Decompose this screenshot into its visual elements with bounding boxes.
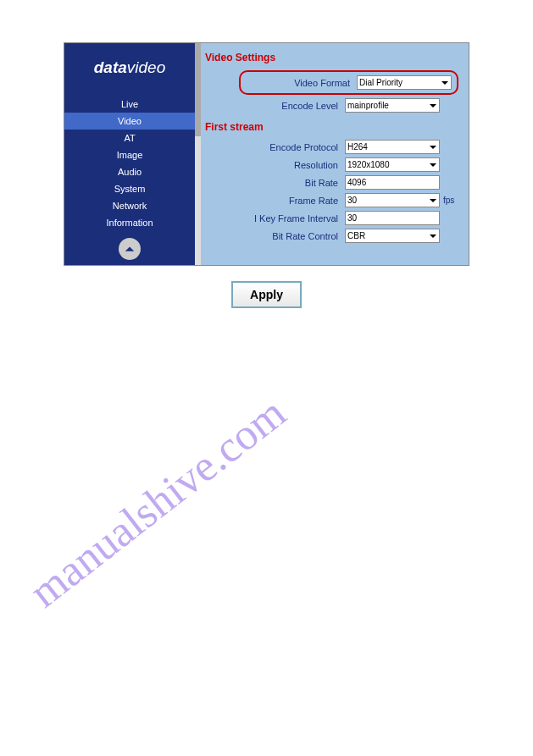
frame-rate-label: Frame Rate (289, 196, 338, 206)
sidebar-item-system[interactable]: System (64, 180, 195, 197)
encode-protocol-select[interactable]: H264 (345, 140, 440, 154)
i-key-frame-interval-row: I Key Frame Interval (205, 211, 458, 225)
sidebar-item-network[interactable]: Network (64, 197, 195, 214)
sidebar: datavideo Live Video AT Image Audio Syst… (64, 43, 195, 265)
watermark: manualshive.com (20, 388, 295, 617)
logo: datavideo (64, 43, 195, 96)
bit-rate-row: Bit Rate (205, 175, 458, 190)
encode-level-row: Encode Level mainprofile (205, 98, 458, 113)
video-format-label: Video Format (294, 78, 350, 88)
apply-wrap: Apply (0, 281, 533, 308)
encode-level-label: Encode Level (281, 101, 338, 111)
bit-rate-control-select[interactable]: CBR (345, 229, 440, 243)
resolution-row: Resolution 1920x1080 (205, 157, 458, 172)
apply-button[interactable]: Apply (231, 281, 302, 308)
sidebar-item-live[interactable]: Live (64, 96, 195, 113)
bit-rate-control-label: Bit Rate Control (272, 231, 338, 241)
app-container: datavideo Live Video AT Image Audio Syst… (64, 42, 469, 266)
encode-protocol-row: Encode Protocol H264 (205, 140, 458, 154)
encode-level-select[interactable]: mainprofile (345, 98, 440, 113)
i-key-frame-interval-input[interactable] (345, 211, 440, 225)
logo-part2: video (127, 58, 165, 76)
bit-rate-control-row: Bit Rate Control CBR (205, 229, 458, 243)
video-settings-title: Video Settings (205, 52, 458, 63)
frame-rate-suffix: fps (443, 196, 458, 205)
sidebar-item-information[interactable]: Information (64, 214, 195, 231)
chevron-up-icon (124, 243, 136, 255)
resolution-label: Resolution (294, 160, 338, 170)
bit-rate-label: Bit Rate (305, 178, 338, 188)
content-panel: Video Settings Video Format Dial Priorit… (195, 43, 469, 265)
sidebar-scrollbar[interactable] (195, 43, 201, 265)
frame-rate-row: Frame Rate 30 fps (205, 193, 458, 207)
resolution-select[interactable]: 1920x1080 (345, 157, 440, 172)
scroll-up-button[interactable] (119, 238, 141, 260)
sidebar-item-video[interactable]: Video (64, 113, 195, 130)
sidebar-item-audio[interactable]: Audio (64, 163, 195, 180)
first-stream-title: First stream (205, 121, 458, 133)
frame-rate-select[interactable]: 30 (345, 193, 440, 207)
i-key-frame-interval-label: I Key Frame Interval (254, 213, 338, 223)
sidebar-item-at[interactable]: AT (64, 130, 195, 146)
logo-part1: data (94, 58, 127, 76)
sidebar-item-image[interactable]: Image (64, 146, 195, 163)
video-format-select[interactable]: Dial Priority (357, 75, 452, 90)
encode-protocol-label: Encode Protocol (269, 142, 338, 152)
video-format-row-highlighted: Video Format Dial Priority (239, 70, 458, 95)
bit-rate-input[interactable] (345, 175, 440, 190)
